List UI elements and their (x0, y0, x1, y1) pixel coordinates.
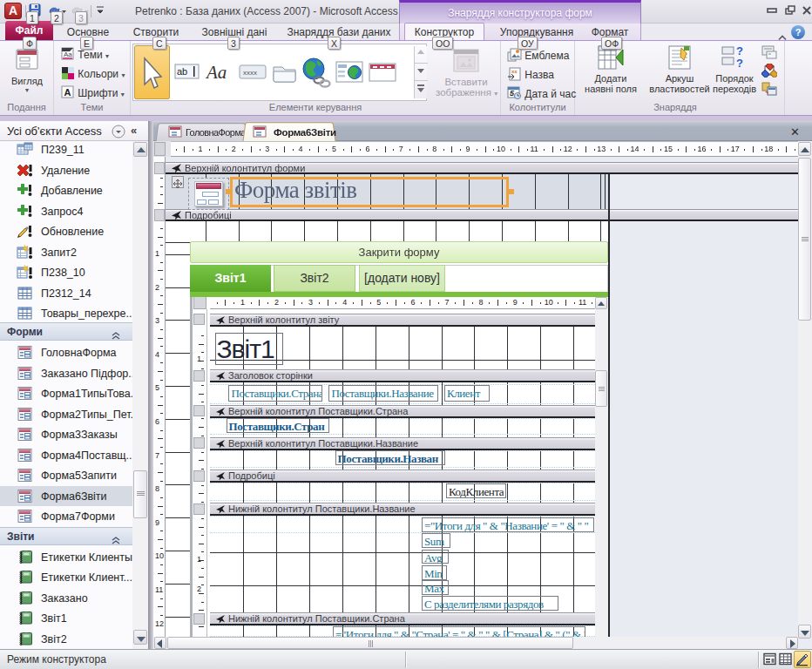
svg-text:xx: xx (511, 69, 518, 74)
svg-text:Aa: Aa (205, 62, 227, 83)
svg-text:ab: ab (177, 66, 187, 77)
svg-text:?: ? (736, 44, 743, 57)
svg-text:xxxx: xxxx (243, 69, 257, 77)
svg-text:?: ? (736, 57, 743, 70)
svg-text:A: A (64, 87, 71, 98)
svg-text:Aa: Aa (64, 51, 72, 58)
